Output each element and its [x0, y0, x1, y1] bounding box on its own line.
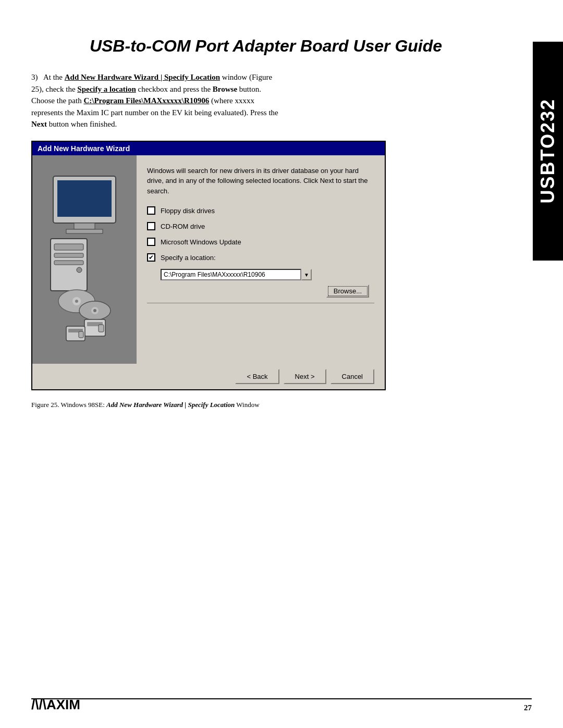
- figure-caption-prefix: Figure 25. Windows 98SE:: [31, 401, 106, 409]
- maxim-logo: /\/\AXIM: [31, 697, 94, 712]
- instruction-part6: button when finished.: [49, 120, 117, 128]
- instruction-text: 3) At the Add New Hardware Wizard | Spec…: [31, 71, 323, 130]
- browse-button[interactable]: Browse...: [326, 285, 369, 298]
- svg-rect-21: [79, 331, 83, 338]
- svg-rect-18: [99, 325, 104, 332]
- page-container: USBTO232 USB-to-COM Port Adapter Board U…: [0, 0, 563, 728]
- wizard-titlebar: Add New Hardware Wizard: [32, 142, 385, 155]
- page-number: 27: [524, 704, 532, 712]
- wizard-right-panel: Windows will search for new drivers in i…: [137, 155, 385, 364]
- figure-caption-suffix: Window: [235, 401, 259, 409]
- svg-rect-7: [54, 253, 83, 257]
- next-button[interactable]: Next >: [284, 369, 326, 384]
- instruction-prefix: At the: [43, 73, 65, 81]
- checkbox-winupdate: Microsoft Windows Update: [147, 238, 374, 246]
- wizard-title: Add New Hardware Wizard: [38, 144, 130, 153]
- wizard-illustration-panel: [32, 155, 137, 364]
- checkbox-floppy-box[interactable]: [147, 206, 155, 215]
- wizard-footer: < Back Next > Cancel: [32, 364, 385, 389]
- svg-point-15: [93, 309, 96, 312]
- wizard-link-text: Add New Hardware Wizard | Specify Locati…: [65, 73, 220, 81]
- location-input-field[interactable]: [161, 269, 301, 280]
- maxim-logo-svg: /\/\AXIM: [31, 697, 94, 712]
- page-title: USB-to-COM Port Adapter Board User Guide: [31, 36, 532, 56]
- svg-point-9: [77, 267, 82, 273]
- checkbox-cdrom: CD-ROM drive: [147, 222, 374, 230]
- checkbox-cdrom-label: CD-ROM drive: [161, 223, 205, 230]
- svg-point-12: [75, 300, 78, 303]
- wizard-body: Windows will search for new drivers in i…: [32, 155, 385, 364]
- side-label-text: USBTO232: [537, 98, 559, 203]
- svg-rect-4: [66, 229, 103, 233]
- location-input-row: ▼: [161, 269, 374, 280]
- page-footer: /\/\AXIM 27: [31, 697, 532, 712]
- figure-caption: Figure 25. Windows 98SE: Add New Hardwar…: [31, 401, 386, 409]
- svg-rect-2: [57, 180, 112, 217]
- computer-illustration-svg: [38, 166, 131, 353]
- checkbox-specify-box[interactable]: ✔: [147, 253, 155, 262]
- specify-location-ref: Specify a location: [77, 85, 136, 93]
- instruction-part3: checkbox and press the: [138, 85, 213, 93]
- path-ref: C:\Program Files\MAXxxxxx\R10906: [83, 96, 209, 105]
- svg-rect-6: [54, 244, 83, 250]
- wizard-divider: [147, 303, 374, 303]
- cancel-button[interactable]: Cancel: [331, 369, 374, 384]
- svg-rect-8: [54, 261, 83, 265]
- checkbox-winupdate-label: Microsoft Windows Update: [161, 238, 241, 246]
- checkbox-specify-label: Specify a location:: [161, 254, 216, 262]
- browse-row: Browse...: [147, 285, 374, 298]
- checkbox-winupdate-box[interactable]: [147, 238, 155, 246]
- wizard-intro: Windows will search for new drivers in i…: [147, 166, 374, 196]
- next-ref: Next: [31, 120, 47, 128]
- figure-caption-bold: Add New Hardware Wizard | Specify Locati…: [106, 401, 235, 409]
- checkbox-floppy: Floppy disk drives: [147, 206, 374, 215]
- back-button[interactable]: < Back: [235, 369, 279, 384]
- browse-ref: Browse: [213, 85, 237, 93]
- checkbox-cdrom-box[interactable]: [147, 222, 155, 230]
- location-dropdown-arrow[interactable]: ▼: [301, 269, 312, 280]
- checkbox-floppy-label: Floppy disk drives: [161, 207, 215, 215]
- wizard-dialog: Add New Hardware Wizard: [31, 141, 386, 390]
- side-label: USBTO232: [533, 42, 563, 261]
- step-number: 3): [31, 73, 42, 81]
- checkbox-specify: ✔ Specify a location:: [147, 253, 374, 262]
- svg-rect-3: [74, 223, 95, 229]
- svg-text:/\/\AXIM: /\/\AXIM: [31, 697, 80, 712]
